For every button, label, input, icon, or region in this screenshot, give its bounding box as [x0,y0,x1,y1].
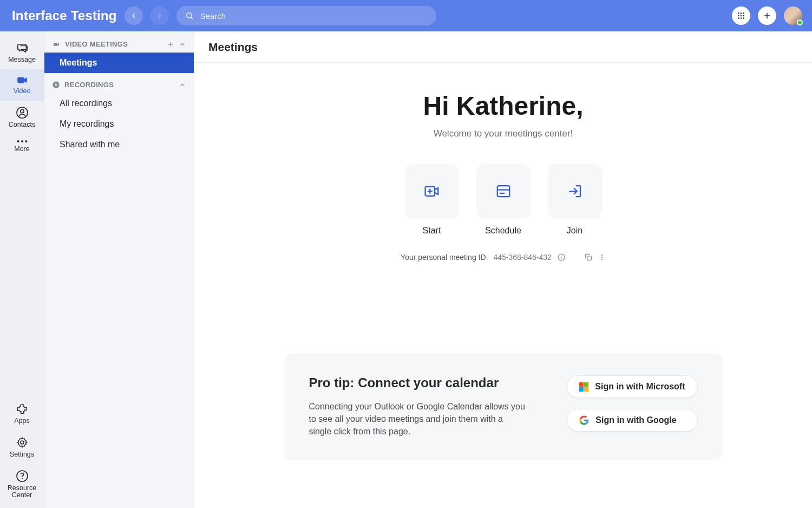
schedule-icon [494,183,513,199]
calendar-tip-card: Pro tip: Connect your calendar Connectin… [284,354,723,460]
join-icon [566,183,584,199]
signin-google-label: Sign in with Google [595,415,676,425]
svg-rect-13 [17,77,24,83]
nav-all-recordings-label: All recordings [60,99,112,108]
svg-point-19 [21,441,24,444]
help-icon [16,470,29,483]
svg-rect-22 [54,43,57,46]
plus-icon [763,11,771,20]
message-icon [15,42,29,54]
action-schedule-label: Schedule [485,226,521,236]
svg-point-9 [741,17,742,19]
meeting-actions: Start Schedule Joi [405,164,602,236]
nav-forward-button[interactable] [150,6,169,25]
greeting: Hi Katherine, [423,91,583,121]
svg-point-34 [561,256,561,256]
main: Meetings Hi Katherine, Welcome to your m… [194,31,812,508]
nav-all-recordings[interactable]: All recordings [44,93,194,114]
section-recordings-label: RECORDINGS [64,81,114,89]
nav-back-button[interactable] [125,6,143,25]
presence-indicator [797,19,803,25]
new-button[interactable] [758,6,776,25]
nav-meetings-label: Meetings [60,58,97,67]
chevron-up-icon[interactable] [179,81,186,89]
personal-meeting-id-row: Your personal meeting ID: 445-368-846-43… [401,253,606,262]
left-rail: Message Video Contacts More Apps [0,31,44,508]
pmi-value: 445-368-846-432 [493,253,551,262]
rail-resource-center[interactable]: Resource Center [0,464,44,509]
action-start[interactable]: Start [405,164,459,236]
svg-line-1 [191,17,193,19]
video-small-icon [52,41,61,48]
action-schedule[interactable]: Schedule [476,164,531,236]
google-logo-icon [579,415,589,425]
search-field[interactable] [176,6,436,25]
apps-icon [16,402,29,415]
svg-point-17 [21,140,23,142]
signin-microsoft-button[interactable]: Sign in with Microsoft [567,375,697,398]
rail-apps[interactable]: Apps [0,397,44,431]
nav-shared-recordings[interactable]: Shared with me [44,134,194,155]
microsoft-logo-icon [579,382,588,392]
svg-point-5 [738,15,739,17]
play-circle-icon [52,81,60,89]
page-title: Meetings [194,31,812,63]
svg-point-38 [601,259,603,260]
svg-rect-35 [587,256,591,260]
contacts-icon [16,106,29,119]
svg-point-21 [22,478,23,479]
signin-microsoft-label: Sign in with Microsoft [595,382,685,392]
more-icon [16,139,28,144]
svg-point-18 [25,140,27,142]
search-input[interactable] [199,11,428,21]
search-icon [185,11,194,20]
chevron-left-icon [130,12,137,19]
rail-message-label: Message [8,56,36,64]
secondary-nav: VIDEO MEETINGS Meetings RECORDINGS All r… [44,31,194,508]
rail-video-label: Video [14,88,31,95]
info-icon[interactable] [557,253,566,262]
rail-resource-label: Resource Center [8,485,37,500]
brand-title: Interface Testing [12,8,117,23]
rail-message[interactable]: Message [0,37,44,69]
action-join-label: Join [567,226,582,236]
action-join[interactable]: Join [548,164,602,236]
nav-my-recordings-label: My recordings [60,119,114,128]
more-vert-icon[interactable] [598,253,606,262]
nav-my-recordings[interactable]: My recordings [44,114,194,134]
rail-contacts[interactable]: Contacts [0,101,44,134]
section-video-label: VIDEO MEETINGS [65,40,128,48]
avatar[interactable] [784,6,802,25]
svg-rect-29 [497,186,509,197]
svg-point-7 [743,15,744,17]
signin-google-button[interactable]: Sign in with Google [567,409,697,432]
topbar: Interface Testing [0,0,812,31]
rail-video[interactable]: Video [0,69,44,101]
svg-point-16 [17,140,19,142]
sub-greeting: Welcome to your meetings center! [434,128,573,139]
rail-contacts-label: Contacts [9,121,35,129]
gear-icon [16,436,29,449]
video-icon [15,75,29,86]
chevron-up-icon[interactable] [179,41,186,48]
start-meeting-icon [422,183,442,199]
nav-shared-recordings-label: Shared with me [60,140,120,149]
tip-title: Pro tip: Connect your calendar [309,375,546,390]
svg-point-3 [741,12,742,14]
pmi-label: Your personal meeting ID: [401,253,488,262]
rail-more[interactable]: More [0,134,44,159]
svg-point-6 [741,15,742,17]
rail-apps-label: Apps [14,418,30,425]
plus-small-icon[interactable] [167,41,174,48]
section-recordings[interactable]: RECORDINGS [44,76,194,93]
svg-point-8 [738,17,739,19]
copy-icon[interactable] [584,253,593,262]
content: Hi Katherine, Welcome to your meetings c… [194,63,812,508]
nav-meetings[interactable]: Meetings [44,53,194,73]
rail-more-label: More [14,146,29,153]
dialpad-button[interactable] [732,6,750,25]
section-video-meetings[interactable]: VIDEO MEETINGS [44,36,194,53]
rail-settings[interactable]: Settings [0,431,44,464]
svg-point-2 [738,12,739,14]
rail-settings-label: Settings [10,451,34,459]
